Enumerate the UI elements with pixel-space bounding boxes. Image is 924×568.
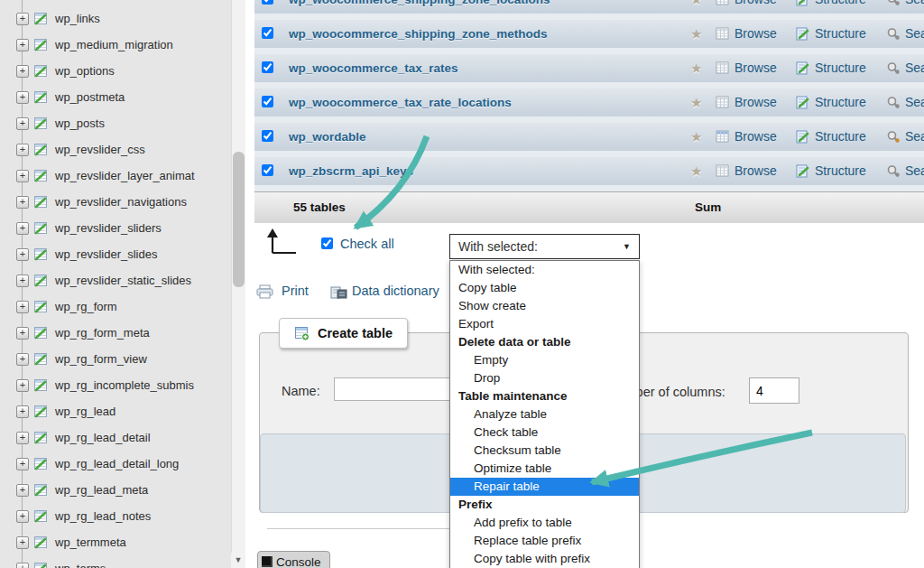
sidebar-table-name[interactable]: wp_revslider_static_slides <box>55 274 191 287</box>
expand-plus-icon[interactable]: + <box>16 144 29 156</box>
sidebar-table-item[interactable]: + wp_revslider_slides <box>0 241 231 267</box>
sidebar-table-name[interactable]: wp_termmeta <box>55 535 126 549</box>
sidebar-table-item[interactable]: + wp_revslider_layer_animat <box>0 163 231 189</box>
favorite-star-icon[interactable]: ★ <box>690 123 702 151</box>
structure-link[interactable]: Structure <box>815 123 866 151</box>
structure-link[interactable]: Structure <box>815 0 866 14</box>
sidebar-table-name[interactable]: wp_revslider_navigations <box>55 195 187 209</box>
dropdown-option[interactable]: Check table <box>450 424 639 442</box>
search-link[interactable]: Search <box>905 88 924 116</box>
dropdown-option[interactable]: Replace table prefix <box>450 532 639 550</box>
favorite-star-icon[interactable]: ★ <box>690 54 702 82</box>
table-name-link[interactable]: wp_zbscrm_api_keys <box>289 157 413 185</box>
dropdown-option[interactable]: Delete data or table <box>450 333 639 351</box>
sidebar-table-item[interactable]: + wp_rg_form_view <box>0 346 231 372</box>
expand-plus-icon[interactable]: + <box>16 222 29 235</box>
sidebar-table-name[interactable]: wp_postmeta <box>55 90 125 104</box>
data-dictionary-link[interactable]: Data dictionary <box>352 284 439 298</box>
sidebar-table-name[interactable]: wp_terms <box>55 562 106 568</box>
sidebar-table-item[interactable]: + wp_postmeta <box>0 84 231 110</box>
dropdown-option[interactable]: Show create <box>450 297 639 315</box>
expand-plus-icon[interactable]: + <box>16 353 29 366</box>
expand-plus-icon[interactable]: + <box>16 484 29 497</box>
sidebar-table-item[interactable]: + wp_rg_lead_notes <box>0 503 231 529</box>
sidebar-table-name[interactable]: wp_options <box>55 64 115 78</box>
row-checkbox[interactable] <box>262 0 273 5</box>
table-name-link[interactable]: wp_woocommerce_tax_rates <box>289 54 458 82</box>
sidebar-table-name[interactable]: wp_revslider_css <box>55 143 145 156</box>
dropdown-option[interactable]: Repair table <box>450 478 639 496</box>
print-link[interactable]: Print <box>282 284 309 298</box>
sidebar-table-item[interactable]: + wp_termmeta <box>0 529 231 555</box>
sidebar-table-item[interactable]: + wp_revslider_navigations <box>0 189 231 215</box>
table-name-link[interactable]: wp_woocommerce_shipping_zone_locations <box>289 0 550 14</box>
browse-link[interactable]: Browse <box>735 157 777 185</box>
search-link[interactable]: Search <box>905 20 924 48</box>
with-selected-select[interactable]: With selected: ▼ <box>449 234 640 259</box>
structure-link[interactable]: Structure <box>815 88 866 116</box>
expand-plus-icon[interactable]: + <box>16 327 29 340</box>
sidebar-table-item[interactable]: + wp_rg_form <box>0 293 231 320</box>
structure-link[interactable]: Structure <box>815 54 866 82</box>
expand-plus-icon[interactable]: + <box>16 379 29 392</box>
sidebar-table-name[interactable]: wp_rg_lead_meta <box>55 483 148 497</box>
table-name-link[interactable]: wp_woocommerce_shipping_zone_methods <box>289 20 548 48</box>
expand-plus-icon[interactable]: + <box>16 91 29 104</box>
dropdown-option[interactable]: Export <box>450 315 639 333</box>
number-of-columns-input[interactable] <box>749 377 799 404</box>
sidebar-table-name[interactable]: wp_rg_lead_detail_long <box>55 457 179 470</box>
dropdown-option[interactable]: Add prefix to table <box>450 514 639 532</box>
dropdown-option[interactable]: Optimize table <box>450 460 639 478</box>
sidebar-table-item[interactable]: + wp_terms <box>0 555 231 568</box>
row-checkbox[interactable] <box>262 130 273 142</box>
dropdown-option[interactable]: Empty <box>450 351 639 369</box>
row-checkbox[interactable] <box>262 61 273 73</box>
sidebar-table-item[interactable]: + wp_posts <box>0 110 231 136</box>
row-checkbox[interactable] <box>262 164 273 176</box>
browse-link[interactable]: Browse <box>735 54 777 82</box>
dropdown-option[interactable]: Copy table with prefix <box>450 550 639 568</box>
favorite-star-icon[interactable]: ★ <box>690 0 702 14</box>
dropdown-option[interactable]: Checksum table <box>450 442 639 460</box>
sidebar-table-name[interactable]: wp_revslider_sliders <box>55 221 162 235</box>
table-name-link[interactable]: wp_woocommerce_tax_rate_locations <box>289 88 512 116</box>
dropdown-option[interactable]: Prefix <box>450 496 639 514</box>
expand-plus-icon[interactable]: + <box>16 170 29 182</box>
sidebar-table-item[interactable]: + wp_revslider_static_slides <box>0 267 231 293</box>
browse-link[interactable]: Browse <box>735 123 777 151</box>
sidebar-table-name[interactable]: wp_medium_migration <box>55 38 173 51</box>
row-checkbox[interactable] <box>262 96 273 107</box>
search-link[interactable]: Search <box>905 157 924 185</box>
sidebar-table-name[interactable]: wp_rg_lead_detail <box>55 431 151 444</box>
row-checkbox[interactable] <box>262 27 273 39</box>
sidebar-table-name[interactable]: wp_rg_form_view <box>55 352 147 366</box>
dropdown-option[interactable]: Copy table <box>450 279 639 297</box>
sidebar-table-name[interactable]: wp_rg_form_meta <box>55 326 150 340</box>
sidebar-table-name[interactable]: wp_revslider_layer_animat <box>55 169 195 182</box>
sidebar-table-name[interactable]: wp_links <box>55 12 100 25</box>
sidebar-table-item[interactable]: + wp_revslider_sliders <box>0 215 231 241</box>
sidebar-table-name[interactable]: wp_posts <box>55 116 105 130</box>
expand-plus-icon[interactable]: + <box>16 196 29 209</box>
expand-plus-icon[interactable]: + <box>16 275 29 287</box>
sidebar-table-item[interactable]: + wp_medium_migration <box>0 32 231 58</box>
sidebar-table-item[interactable]: + wp_options <box>0 58 231 84</box>
sidebar-table-item[interactable]: + wp_revslider_css <box>0 136 231 163</box>
expand-plus-icon[interactable]: + <box>16 248 29 261</box>
check-all-link[interactable]: Check all <box>340 237 394 251</box>
expand-plus-icon[interactable]: + <box>16 563 29 568</box>
expand-plus-icon[interactable]: + <box>16 301 29 313</box>
expand-plus-icon[interactable]: + <box>16 458 29 470</box>
sidebar-table-item[interactable]: + wp_rg_lead_detail_long <box>0 451 231 477</box>
sidebar-table-name[interactable]: wp_rg_form <box>55 300 117 313</box>
expand-plus-icon[interactable]: + <box>16 13 29 25</box>
sidebar-table-name[interactable]: wp_revslider_slides <box>55 247 157 261</box>
sidebar-table-item[interactable]: + wp_links <box>0 5 231 32</box>
expand-plus-icon[interactable]: + <box>16 405 29 418</box>
sidebar-table-item[interactable]: + wp_rg_lead <box>0 398 231 424</box>
dropdown-option[interactable]: Table maintenance <box>450 387 639 405</box>
search-link[interactable]: Search <box>905 54 924 82</box>
favorite-star-icon[interactable]: ★ <box>690 157 702 185</box>
dropdown-option[interactable]: Drop <box>450 369 639 387</box>
search-link[interactable]: Search <box>905 123 924 151</box>
